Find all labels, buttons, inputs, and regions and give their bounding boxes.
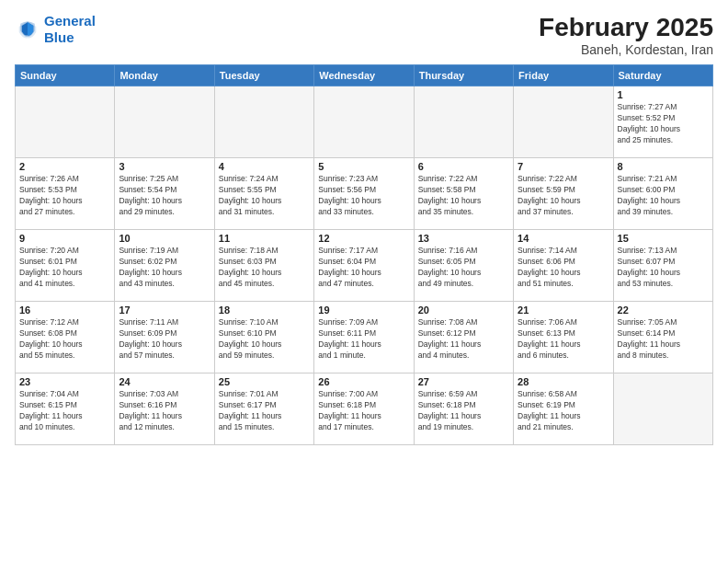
day-number: 22 [618,304,709,316]
calendar-cell-2-4: 13Sunrise: 7:16 AM Sunset: 6:05 PM Dayli… [414,230,513,302]
calendar-cell-0-3 [314,86,414,158]
day-number: 7 [518,161,609,172]
calendar-cell-0-2 [214,86,313,158]
day-number: 13 [418,233,509,244]
day-info: Sunrise: 7:22 AM Sunset: 5:59 PM Dayligh… [518,174,609,218]
calendar-week-0: 1Sunrise: 7:27 AM Sunset: 5:52 PM Daylig… [16,86,713,158]
calendar-cell-0-4 [414,86,513,158]
calendar-cell-0-1 [115,86,214,158]
calendar-week-1: 2Sunrise: 7:26 AM Sunset: 5:53 PM Daylig… [16,158,713,230]
day-number: 9 [19,233,110,244]
calendar-week-3: 16Sunrise: 7:12 AM Sunset: 6:08 PM Dayli… [16,302,713,373]
logo: General Blue [15,13,96,46]
calendar-cell-3-3: 19Sunrise: 7:09 AM Sunset: 6:11 PM Dayli… [314,302,414,373]
day-info: Sunrise: 7:27 AM Sunset: 5:52 PM Dayligh… [618,102,709,146]
calendar-cell-3-0: 16Sunrise: 7:12 AM Sunset: 6:08 PM Dayli… [16,302,115,373]
logo-icon [15,17,40,42]
day-info: Sunrise: 7:24 AM Sunset: 5:55 PM Dayligh… [219,174,310,218]
day-info: Sunrise: 7:16 AM Sunset: 6:05 PM Dayligh… [418,246,509,290]
calendar-cell-1-4: 6Sunrise: 7:22 AM Sunset: 5:58 PM Daylig… [414,158,513,230]
day-number: 3 [119,161,210,172]
day-number: 17 [119,304,210,316]
day-info: Sunrise: 7:19 AM Sunset: 6:02 PM Dayligh… [119,246,210,290]
col-thursday: Thursday [414,65,513,86]
col-friday: Friday [514,65,613,86]
logo-line2: Blue [44,29,96,46]
calendar-cell-1-2: 4Sunrise: 7:24 AM Sunset: 5:55 PM Daylig… [214,158,313,230]
day-info: Sunrise: 7:18 AM Sunset: 6:03 PM Dayligh… [219,246,310,290]
calendar-week-4: 23Sunrise: 7:04 AM Sunset: 6:15 PM Dayli… [16,373,713,445]
day-number: 16 [19,304,110,316]
calendar-cell-3-1: 17Sunrise: 7:11 AM Sunset: 6:09 PM Dayli… [115,302,214,373]
day-number: 28 [518,376,609,387]
col-wednesday: Wednesday [314,65,414,86]
day-info: Sunrise: 7:00 AM Sunset: 6:18 PM Dayligh… [318,389,409,433]
day-number: 15 [618,233,709,244]
calendar-cell-1-1: 3Sunrise: 7:25 AM Sunset: 5:54 PM Daylig… [115,158,214,230]
day-info: Sunrise: 7:01 AM Sunset: 6:17 PM Dayligh… [219,389,310,433]
page: General Blue February 2025 Baneh, Kordes… [0,0,728,563]
day-info: Sunrise: 7:14 AM Sunset: 6:06 PM Dayligh… [518,246,609,290]
calendar-cell-2-2: 11Sunrise: 7:18 AM Sunset: 6:03 PM Dayli… [214,230,313,302]
day-number: 25 [219,376,310,387]
day-info: Sunrise: 7:05 AM Sunset: 6:14 PM Dayligh… [618,317,709,362]
day-number: 26 [318,376,409,387]
col-sunday: Sunday [16,65,115,86]
calendar-week-2: 9Sunrise: 7:20 AM Sunset: 6:01 PM Daylig… [16,230,713,302]
day-number: 8 [618,161,709,172]
day-number: 21 [518,304,609,316]
location: Baneh, Kordestan, Iran [539,42,713,57]
calendar-header-row: Sunday Monday Tuesday Wednesday Thursday… [16,65,713,86]
calendar-cell-2-0: 9Sunrise: 7:20 AM Sunset: 6:01 PM Daylig… [16,230,115,302]
calendar-cell-4-3: 26Sunrise: 7:00 AM Sunset: 6:18 PM Dayli… [314,373,414,445]
calendar: Sunday Monday Tuesday Wednesday Thursday… [15,64,713,445]
calendar-cell-2-1: 10Sunrise: 7:19 AM Sunset: 6:02 PM Dayli… [115,230,214,302]
day-number: 2 [19,161,110,172]
calendar-cell-2-3: 12Sunrise: 7:17 AM Sunset: 6:04 PM Dayli… [314,230,414,302]
day-number: 19 [318,304,409,316]
day-info: Sunrise: 7:04 AM Sunset: 6:15 PM Dayligh… [19,389,110,433]
day-number: 1 [618,89,709,100]
calendar-cell-3-4: 20Sunrise: 7:08 AM Sunset: 6:12 PM Dayli… [414,302,513,373]
calendar-cell-1-3: 5Sunrise: 7:23 AM Sunset: 5:56 PM Daylig… [314,158,414,230]
day-info: Sunrise: 7:26 AM Sunset: 5:53 PM Dayligh… [19,174,110,218]
day-number: 5 [318,161,409,172]
calendar-body: 1Sunrise: 7:27 AM Sunset: 5:52 PM Daylig… [16,86,713,445]
calendar-cell-0-5 [514,86,613,158]
calendar-cell-4-4: 27Sunrise: 6:59 AM Sunset: 6:18 PM Dayli… [414,373,513,445]
day-info: Sunrise: 7:13 AM Sunset: 6:07 PM Dayligh… [618,246,709,290]
day-info: Sunrise: 7:20 AM Sunset: 6:01 PM Dayligh… [19,246,110,290]
calendar-cell-3-5: 21Sunrise: 7:06 AM Sunset: 6:13 PM Dayli… [514,302,613,373]
day-number: 4 [219,161,310,172]
calendar-cell-3-6: 22Sunrise: 7:05 AM Sunset: 6:14 PM Dayli… [613,302,712,373]
title-block: February 2025 Baneh, Kordestan, Iran [539,13,713,57]
calendar-cell-4-5: 28Sunrise: 6:58 AM Sunset: 6:19 PM Dayli… [514,373,613,445]
calendar-cell-1-0: 2Sunrise: 7:26 AM Sunset: 5:53 PM Daylig… [16,158,115,230]
calendar-cell-3-2: 18Sunrise: 7:10 AM Sunset: 6:10 PM Dayli… [214,302,313,373]
day-info: Sunrise: 7:23 AM Sunset: 5:56 PM Dayligh… [318,174,409,218]
day-number: 11 [219,233,310,244]
day-info: Sunrise: 7:25 AM Sunset: 5:54 PM Dayligh… [119,174,210,218]
day-number: 24 [119,376,210,387]
day-info: Sunrise: 7:21 AM Sunset: 6:00 PM Dayligh… [618,174,709,218]
calendar-cell-0-6: 1Sunrise: 7:27 AM Sunset: 5:52 PM Daylig… [613,86,712,158]
col-tuesday: Tuesday [214,65,313,86]
calendar-cell-0-0 [16,86,115,158]
day-number: 20 [418,304,509,316]
day-info: Sunrise: 7:08 AM Sunset: 6:12 PM Dayligh… [418,317,509,362]
day-info: Sunrise: 7:06 AM Sunset: 6:13 PM Dayligh… [518,317,609,362]
calendar-cell-1-5: 7Sunrise: 7:22 AM Sunset: 5:59 PM Daylig… [514,158,613,230]
day-info: Sunrise: 7:09 AM Sunset: 6:11 PM Dayligh… [318,317,409,362]
day-info: Sunrise: 7:22 AM Sunset: 5:58 PM Dayligh… [418,174,509,218]
day-number: 18 [219,304,310,316]
day-number: 27 [418,376,509,387]
calendar-cell-4-2: 25Sunrise: 7:01 AM Sunset: 6:17 PM Dayli… [214,373,313,445]
calendar-cell-4-0: 23Sunrise: 7:04 AM Sunset: 6:15 PM Dayli… [16,373,115,445]
day-info: Sunrise: 7:11 AM Sunset: 6:09 PM Dayligh… [119,317,210,362]
col-saturday: Saturday [613,65,712,86]
day-info: Sunrise: 7:12 AM Sunset: 6:08 PM Dayligh… [19,317,110,362]
logo-line1: General [44,13,96,29]
calendar-cell-4-6 [613,373,712,445]
calendar-cell-2-6: 15Sunrise: 7:13 AM Sunset: 6:07 PM Dayli… [613,230,712,302]
day-number: 12 [318,233,409,244]
